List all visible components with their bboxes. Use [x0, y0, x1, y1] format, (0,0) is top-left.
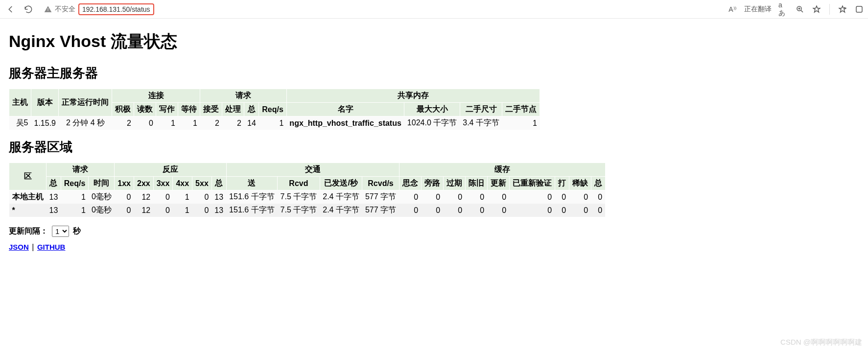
back-button[interactable]: [4, 2, 18, 16]
server-main-table: 主机 版本 正常运行时间 连接 请求 共享内存 积极 读数 写作 等待 接受 处…: [9, 89, 540, 130]
th-ztraffic: 交通: [226, 163, 399, 177]
svg-rect-1: [856, 6, 862, 12]
th-max: 最大大小: [404, 103, 460, 117]
browser-toolbar: 不安全 192.168.131.50/status A⁾⁾ 正在翻译 aあ: [0, 0, 868, 19]
th-reading: 读数: [134, 103, 156, 117]
th-conn: 连接: [112, 89, 200, 103]
interval-label: 更新间隔：: [9, 226, 48, 236]
favorite-icon[interactable]: [812, 4, 821, 14]
th-req: 请求: [200, 89, 286, 103]
link-github[interactable]: GITHUB: [37, 243, 66, 251]
refresh-button[interactable]: [22, 2, 35, 16]
th-zresp: 反应: [115, 163, 226, 177]
page-content: Nginx Vhost 流量状态 服务器主服务器 主机 版本 正常运行时间 连接…: [0, 19, 868, 258]
section-server-zone: 服务器区域: [9, 139, 859, 156]
th-name: 名字: [286, 103, 404, 117]
th-host: 主机: [9, 89, 31, 117]
read-aloud-icon[interactable]: A⁾⁾: [727, 4, 737, 14]
th-usedsize: 二手尺寸: [460, 103, 502, 117]
link-json[interactable]: JSON: [9, 243, 29, 251]
translate-label[interactable]: 正在翻译: [744, 5, 772, 14]
footer-links: JSON | GITHUB: [9, 243, 859, 252]
server-zone-table: 区 请求 反应 交通 缓存 总 Req/s 时间 1xx 2xx 3xx 4xx…: [9, 163, 606, 217]
app-icon[interactable]: [854, 4, 864, 14]
th-zone: 区: [9, 163, 47, 190]
th-shm: 共享内存: [286, 89, 540, 103]
link-separator: |: [32, 243, 34, 251]
table-row: *1310毫秒01201013151.6 千字节7.5 千字节2.4 千字节57…: [9, 204, 606, 217]
interval-unit: 秒: [73, 226, 81, 236]
table-row: 本地主机1310毫秒01201013151.6 千字节7.5 千字节2.4 千字…: [9, 190, 606, 204]
url-text: 192.168.131.50/status: [78, 3, 154, 15]
section-server-main: 服务器主服务器: [9, 65, 859, 82]
th-version: 版本: [31, 89, 59, 117]
update-interval-row: 更新间隔： 1 秒: [9, 226, 859, 237]
table-row: 吴5 1.15.9 2 分钟 4 秒 2 0 1 1 2 2 14 1 ngx_…: [9, 117, 540, 130]
th-zreq: 请求: [47, 163, 115, 177]
collections-icon[interactable]: [838, 4, 847, 14]
th-handled: 处理: [222, 103, 244, 117]
zoom-icon[interactable]: [795, 4, 805, 14]
warning-icon: [44, 5, 52, 13]
th-waiting: 等待: [178, 103, 200, 117]
th-active: 积极: [112, 103, 134, 117]
th-writing: 写作: [156, 103, 178, 117]
th-total: 总: [244, 103, 259, 117]
toolbar-right: A⁾⁾ 正在翻译 aあ: [727, 4, 864, 15]
address-bar[interactable]: 不安全 192.168.131.50/status: [39, 2, 724, 16]
th-zcache: 缓存: [399, 163, 605, 177]
interval-select[interactable]: 1: [52, 226, 69, 237]
lang-icon[interactable]: aあ: [778, 4, 788, 14]
security-label: 不安全: [55, 5, 75, 14]
separator: [829, 4, 830, 15]
th-reqs: Req/s: [259, 103, 287, 117]
th-accepted: 接受: [200, 103, 222, 117]
th-uptime: 正常运行时间: [59, 89, 112, 117]
page-title: Nginx Vhost 流量状态: [9, 30, 859, 53]
th-usednode: 二手节点: [502, 103, 540, 117]
